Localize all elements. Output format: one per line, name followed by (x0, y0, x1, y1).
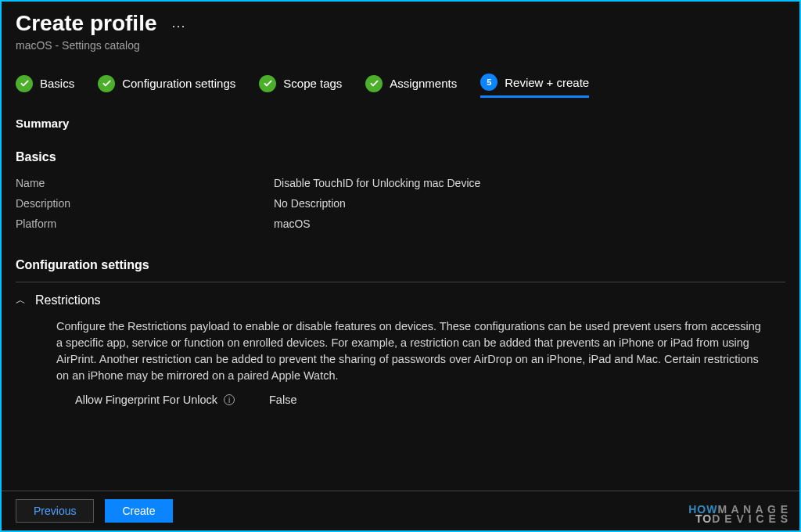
setting-label: Allow Fingerprint For Unlock (75, 394, 217, 406)
basics-row-platform: Platform macOS (16, 217, 785, 230)
wizard-steps: Basics Configuration settings Scope tags… (2, 66, 799, 109)
step-label: Scope tags (283, 77, 342, 90)
page-title: Create profile (16, 11, 157, 36)
check-icon (98, 75, 115, 92)
step-assignments[interactable]: Assignments (365, 75, 457, 97)
field-label: Platform (16, 217, 274, 230)
restrictions-title: Restrictions (35, 293, 101, 307)
step-number-badge: 5 (480, 74, 497, 91)
step-basics[interactable]: Basics (16, 75, 74, 97)
footer-actions: Previous Create (2, 491, 799, 530)
field-label: Description (16, 197, 274, 210)
check-icon (16, 75, 33, 92)
field-label: Name (16, 177, 274, 189)
summary-heading: Summary (2, 109, 799, 138)
page-subtitle: macOS - Settings catalog (2, 39, 799, 66)
configuration-settings-heading: Configuration settings (2, 238, 799, 282)
check-icon (259, 75, 276, 92)
previous-button[interactable]: Previous (16, 499, 94, 523)
step-label: Assignments (390, 77, 457, 90)
field-value: No Description (274, 197, 346, 210)
setting-value: False (269, 394, 296, 406)
restrictions-toggle[interactable]: ︿ Restrictions (16, 293, 785, 307)
field-value: Disable TouchID for Unlocking mac Device (274, 177, 480, 189)
step-label: Review + create (505, 76, 589, 89)
check-icon (365, 75, 383, 92)
step-scope-tags[interactable]: Scope tags (259, 75, 342, 97)
restrictions-description: Configure the Restrictions payload to en… (31, 318, 785, 390)
basics-row-description: Description No Description (16, 197, 785, 210)
info-icon[interactable]: i (224, 394, 235, 405)
basics-heading: Basics (16, 150, 785, 164)
basics-row-name: Name Disable TouchID for Unlocking mac D… (16, 177, 785, 189)
step-label: Configuration settings (122, 77, 235, 90)
more-actions-icon[interactable]: ⋯ (171, 17, 185, 34)
create-button[interactable]: Create (105, 499, 172, 523)
chevron-up-icon: ︿ (16, 293, 26, 307)
setting-row-allow-fingerprint: Allow Fingerprint For Unlock i False (31, 390, 785, 406)
step-label: Basics (40, 77, 74, 90)
step-review-create[interactable]: 5 Review + create (480, 74, 589, 98)
field-value: macOS (274, 217, 311, 230)
step-configuration-settings[interactable]: Configuration settings (98, 75, 235, 97)
